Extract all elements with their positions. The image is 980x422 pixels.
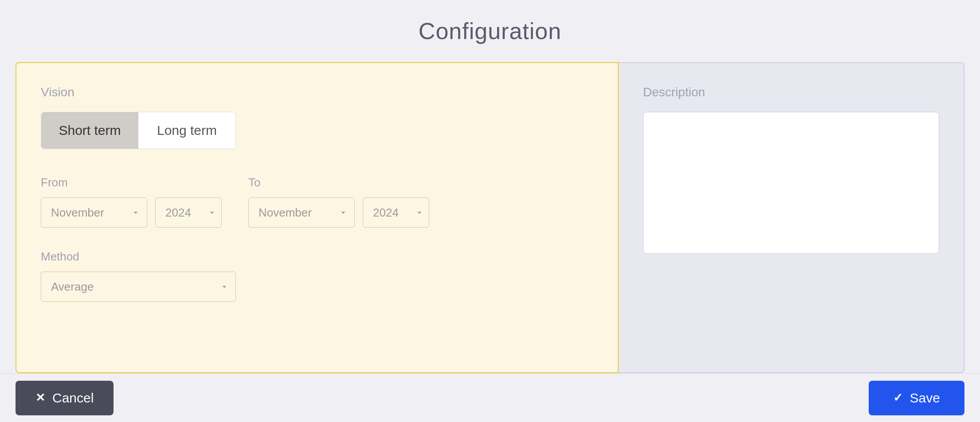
from-label: From	[41, 176, 222, 189]
short-term-button[interactable]: Short term	[41, 112, 138, 149]
vision-label: Vision	[41, 85, 593, 99]
description-textarea[interactable]	[643, 112, 939, 254]
right-panel: Description	[619, 62, 964, 373]
date-row: From November January February March Apr…	[41, 176, 593, 228]
from-month-select[interactable]: November January February March April Ma…	[41, 197, 147, 228]
bottom-bar: ✕ Cancel ✓ Save	[0, 373, 980, 422]
save-icon: ✓	[893, 391, 903, 405]
to-label: To	[248, 176, 429, 189]
long-term-button[interactable]: Long term	[138, 112, 235, 149]
main-content: Vision Short term Long term From Novembe…	[16, 62, 964, 373]
method-select[interactable]: Average Median Sum Min Max	[41, 272, 236, 302]
method-section: Method Average Median Sum Min Max	[41, 250, 593, 302]
vision-toggle-group: Short term Long term	[41, 112, 236, 149]
to-month-select[interactable]: November January February March April Ma…	[248, 197, 355, 228]
page-title: Configuration	[419, 18, 561, 44]
cancel-label: Cancel	[52, 390, 94, 406]
cancel-icon: ✕	[35, 391, 45, 405]
save-label: Save	[910, 390, 940, 406]
from-year-select[interactable]: 2024 2022 2023 2025	[155, 197, 222, 228]
to-selects: November January February March April Ma…	[248, 197, 429, 228]
save-button[interactable]: ✓ Save	[869, 381, 964, 415]
description-label: Description	[643, 85, 939, 99]
to-group: To November January February March April…	[248, 176, 429, 228]
from-group: From November January February March Apr…	[41, 176, 222, 228]
to-year-select[interactable]: 2024 2022 2023 2025	[363, 197, 429, 228]
cancel-button[interactable]: ✕ Cancel	[16, 381, 114, 415]
from-selects: November January February March April Ma…	[41, 197, 222, 228]
method-label: Method	[41, 250, 593, 264]
left-panel: Vision Short term Long term From Novembe…	[16, 62, 619, 373]
